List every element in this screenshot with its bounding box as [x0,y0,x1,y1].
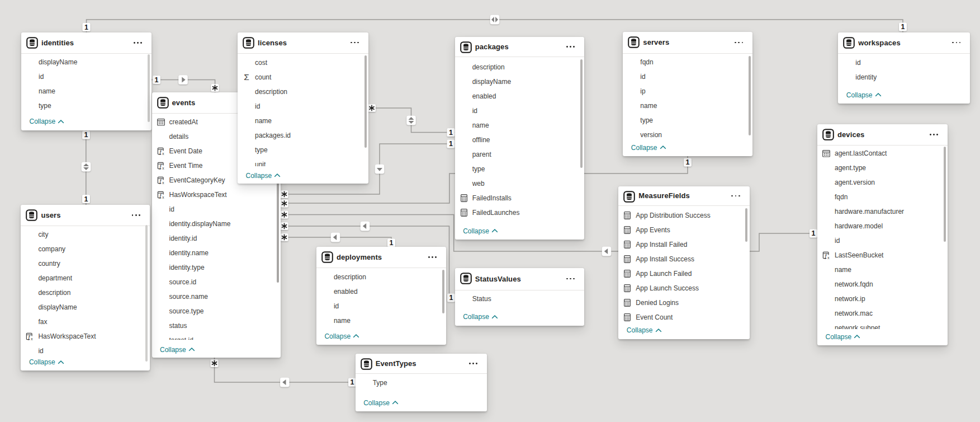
svg-text:1: 1 [84,131,88,139]
svg-text:x: x [827,256,830,260]
svg-text:1: 1 [155,76,159,84]
svg-text:x: x [162,181,164,185]
svg-text:Σ: Σ [244,73,249,82]
svg-text:x: x [162,152,164,156]
svg-text:1: 1 [686,158,690,166]
svg-text:1: 1 [390,239,394,247]
svg-text:1: 1 [449,294,453,302]
svg-text:1: 1 [84,195,88,203]
svg-text:x: x [162,195,164,199]
svg-text:1: 1 [351,378,354,386]
svg-text:1: 1 [812,229,816,237]
svg-text:1: 1 [84,24,88,31]
svg-text:1: 1 [449,140,453,148]
svg-text:x: x [31,337,34,341]
svg-text:1: 1 [449,129,453,137]
svg-text:1: 1 [901,23,905,31]
svg-text:x: x [162,166,164,170]
